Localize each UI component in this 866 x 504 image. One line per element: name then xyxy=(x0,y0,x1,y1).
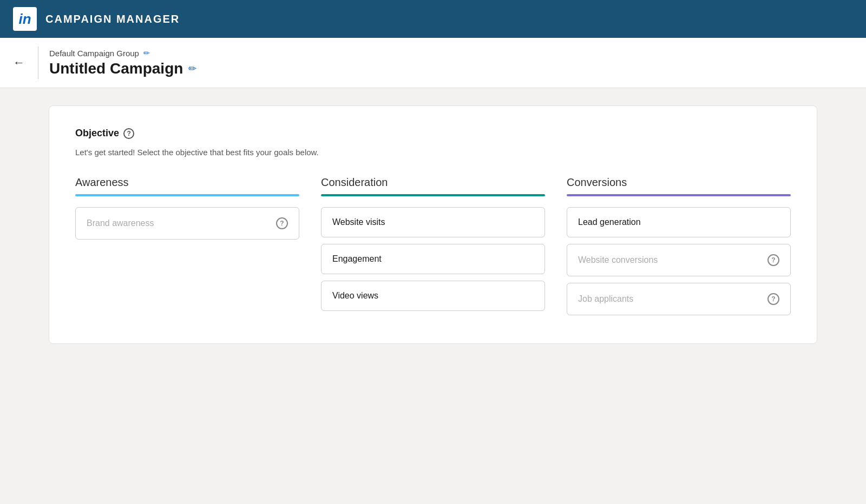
campaign-title-row: Untitled Campaign ✏ xyxy=(49,60,196,77)
objective-help-icon[interactable]: ? xyxy=(123,128,134,139)
campaign-group-edit-icon[interactable]: ✏ xyxy=(143,49,150,57)
consideration-bar xyxy=(321,194,545,196)
conversions-column: Conversions Lead generation Website conv… xyxy=(567,176,791,322)
campaign-title: Untitled Campaign xyxy=(49,60,183,77)
campaign-title-edit-icon[interactable]: ✏ xyxy=(188,63,196,75)
back-button[interactable]: ← xyxy=(0,49,38,76)
website-visits-option[interactable]: Website visits xyxy=(321,207,545,237)
objective-card: Objective ? Let's get started! Select th… xyxy=(49,105,817,344)
awareness-column-header: Awareness xyxy=(75,176,299,189)
video-views-label: Video views xyxy=(332,291,378,301)
consideration-column: Consideration Website visits Engagement … xyxy=(321,176,545,322)
consideration-column-header: Consideration xyxy=(321,176,545,189)
header-divider xyxy=(38,47,38,79)
campaign-info: Default Campaign Group ✏ Untitled Campai… xyxy=(49,49,196,77)
objective-title: Objective xyxy=(75,128,119,139)
website-visits-label: Website visits xyxy=(332,217,385,227)
engagement-label: Engagement xyxy=(332,254,382,264)
brand-awareness-label: Brand awareness xyxy=(87,218,154,228)
job-applicants-help-icon[interactable]: ? xyxy=(767,293,779,305)
conversions-column-header: Conversions xyxy=(567,176,791,189)
objective-header: Objective ? xyxy=(75,128,791,139)
main-content: Objective ? Let's get started! Select th… xyxy=(0,88,866,361)
app-header: in CAMPAIGN MANAGER xyxy=(0,0,866,38)
columns-container: Awareness Brand awareness ? Consideratio… xyxy=(75,176,791,322)
campaign-group-row: Default Campaign Group ✏ xyxy=(49,49,196,58)
linkedin-logo-text: in xyxy=(18,11,31,28)
campaign-group-label: Default Campaign Group xyxy=(49,49,139,58)
lead-generation-label: Lead generation xyxy=(578,217,641,227)
website-conversions-label: Website conversions xyxy=(578,255,658,265)
conversions-bar xyxy=(567,194,791,196)
brand-awareness-help-icon[interactable]: ? xyxy=(276,217,288,229)
objective-subtitle: Let's get started! Select the objective … xyxy=(75,148,791,157)
lead-generation-option[interactable]: Lead generation xyxy=(567,207,791,237)
app-title: CAMPAIGN MANAGER xyxy=(45,13,180,25)
awareness-column: Awareness Brand awareness ? xyxy=(75,176,299,322)
video-views-option[interactable]: Video views xyxy=(321,281,545,311)
linkedin-logo: in xyxy=(13,7,37,31)
brand-awareness-option[interactable]: Brand awareness ? xyxy=(75,207,299,240)
page-header: ← Default Campaign Group ✏ Untitled Camp… xyxy=(0,38,866,88)
engagement-option[interactable]: Engagement xyxy=(321,244,545,274)
job-applicants-option[interactable]: Job applicants ? xyxy=(567,283,791,315)
job-applicants-label: Job applicants xyxy=(578,294,633,304)
website-conversions-help-icon[interactable]: ? xyxy=(767,254,779,266)
awareness-bar xyxy=(75,194,299,196)
website-conversions-option[interactable]: Website conversions ? xyxy=(567,244,791,276)
